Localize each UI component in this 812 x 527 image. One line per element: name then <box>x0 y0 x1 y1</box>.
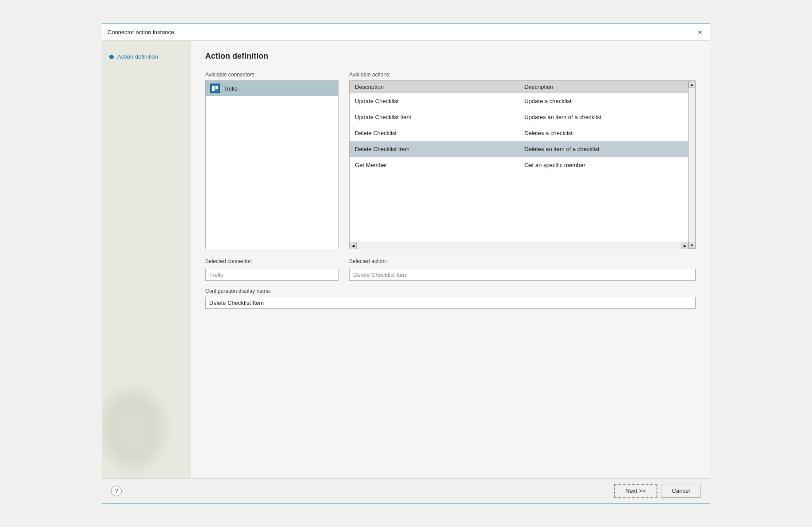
config-display-name-input[interactable] <box>205 297 696 309</box>
selected-action-input[interactable] <box>349 269 696 281</box>
cancel-button[interactable]: Cancel <box>661 484 701 498</box>
action-name: Update Checklist <box>350 93 519 109</box>
table-scroll[interactable]: Update Checklist Update a checklist Upda… <box>350 93 688 242</box>
two-column-section: Available connectors: Trello <box>205 72 696 249</box>
action-name: Delete Checklist Item <box>350 141 519 157</box>
table-header: Description Description <box>350 81 688 93</box>
scroll-right-button[interactable]: ▶ <box>681 242 688 249</box>
connector-item-trello[interactable]: Trello <box>206 81 338 96</box>
action-name: Get Member <box>350 157 519 173</box>
scroll-up-button[interactable]: ▲ <box>689 81 696 88</box>
table-row[interactable]: Get Member Get an specific member <box>350 157 688 173</box>
main-content: Action definition Available connectors: <box>191 41 710 478</box>
next-button[interactable]: Next >> <box>614 484 657 498</box>
close-button[interactable]: ✕ <box>696 28 705 37</box>
scroll-track-vertical[interactable] <box>689 88 695 242</box>
action-name: Update Checklist Item <box>350 109 519 125</box>
action-desc: Update a checklist <box>519 93 689 109</box>
page-title: Action definition <box>205 52 696 61</box>
action-desc: Updates an item of a checklist <box>519 109 689 125</box>
connector-list[interactable]: Trello <box>205 80 338 249</box>
table-row[interactable]: Update Checklist Update a checklist <box>350 93 688 109</box>
table-row-selected[interactable]: Delete Checklist Item Deletes an item of… <box>350 141 688 157</box>
scroll-left-button[interactable]: ◀ <box>350 242 357 249</box>
dialog-body: Action definition Action definition Avai… <box>102 41 710 478</box>
available-actions-label: Available actions: <box>349 72 696 78</box>
dialog-footer: ? Next >> Cancel <box>102 478 710 503</box>
horizontal-scrollbar[interactable]: ◀ ▶ <box>350 242 688 249</box>
sidebar-item-label: Action definition <box>117 53 158 60</box>
sidebar: Action definition <box>102 41 191 478</box>
fields-row: Selected connector: Selected action: <box>205 258 696 281</box>
trello-bar-right <box>215 86 218 89</box>
trello-bar-left <box>212 86 215 91</box>
sidebar-item-action-definition[interactable]: Action definition <box>102 50 191 64</box>
actions-table-inner: Description Description Update Checklist… <box>350 81 688 249</box>
action-desc: Deletes a checklist <box>519 125 689 141</box>
actions-column: Available actions: Description Descripti… <box>349 72 696 249</box>
header-cell-1: Description <box>350 81 519 93</box>
trello-icon <box>210 84 220 93</box>
selected-connector-label: Selected connector: <box>205 258 338 264</box>
sidebar-dot <box>109 55 114 59</box>
available-connectors-label: Available connectors: <box>205 72 338 78</box>
footer-buttons: Next >> Cancel <box>614 484 701 498</box>
scroll-track[interactable] <box>357 242 681 249</box>
vertical-scrollbar[interactable]: ▲ ▼ <box>688 81 695 249</box>
dialog: Connector action instance ✕ Action defin… <box>102 24 710 503</box>
table-row[interactable]: Update Checklist Item Updates an item of… <box>350 109 688 125</box>
title-bar: Connector action instance ✕ <box>102 24 710 41</box>
action-name: Delete Checklist <box>350 125 519 141</box>
selected-connector-input[interactable] <box>205 269 338 281</box>
config-display-name-group: Configuration display name: <box>205 288 696 309</box>
connector-name: Trello <box>223 85 238 92</box>
action-desc: Get an specific member <box>519 157 689 173</box>
selected-action-group: Selected action: <box>349 258 696 281</box>
selected-connector-group: Selected connector: <box>205 258 338 281</box>
help-button[interactable]: ? <box>111 486 122 496</box>
config-display-name-label: Configuration display name: <box>205 288 696 294</box>
header-cell-2: Description <box>519 81 689 93</box>
connectors-column: Available connectors: Trello <box>205 72 338 249</box>
scroll-down-button[interactable]: ▼ <box>689 242 696 249</box>
action-desc: Deletes an item of a checklist <box>519 141 689 157</box>
sidebar-watermark <box>102 380 173 478</box>
trello-icon-inner <box>212 86 218 91</box>
selected-action-label: Selected action: <box>349 258 696 264</box>
dialog-title: Connector action instance <box>107 29 174 36</box>
actions-table-container: Description Description Update Checklist… <box>349 80 696 249</box>
table-row[interactable]: Delete Checklist Deletes a checklist <box>350 125 688 141</box>
